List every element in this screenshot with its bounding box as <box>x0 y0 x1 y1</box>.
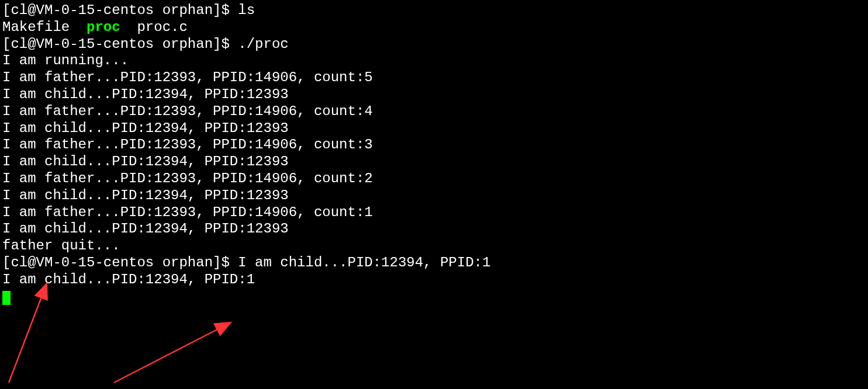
output-father-4: I am father...PID:12393, PPID:14906, cou… <box>2 103 866 120</box>
ls-output-line: Makefile proc proc.c <box>2 19 866 36</box>
file-proc-c: proc.c <box>120 19 188 35</box>
output-father-2: I am father...PID:12393, PPID:14906, cou… <box>2 171 866 187</box>
shell-prompt: [cl@VM-0-15-centos orphan]$ <box>2 255 238 270</box>
command-line-2: [cl@VM-0-15-centos orphan]$ ./proc <box>2 36 866 53</box>
output-orphan-line-2: I am child...PID:12394, PPID:1 <box>2 272 866 289</box>
output-father-5: I am father...PID:12393, PPID:14906, cou… <box>2 70 866 86</box>
shell-prompt: [cl@VM-0-15-centos orphan]$ <box>2 2 238 18</box>
command-ls: ls <box>238 2 255 18</box>
output-child-1: I am child...PID:12394, PPID:12393 <box>2 86 866 103</box>
terminal-cursor <box>2 291 11 305</box>
arrow-to-ppid-1 <box>114 322 231 383</box>
output-father-1: I am father...PID:12393, PPID:14906, cou… <box>2 204 866 221</box>
command-line-1: [cl@VM-0-15-centos orphan]$ ls <box>2 2 866 19</box>
terminal-window[interactable]: [cl@VM-0-15-centos orphan]$ ls Makefile … <box>2 2 866 305</box>
executable-proc: proc <box>87 19 120 35</box>
command-proc: ./proc <box>238 36 288 52</box>
output-child-2: I am child...PID:12394, PPID:12393 <box>2 120 866 137</box>
output-father-3: I am father...PID:12393, PPID:14906, cou… <box>2 137 866 154</box>
output-child-5: I am child...PID:12394, PPID:12393 <box>2 221 866 238</box>
file-makefile: Makefile <box>2 19 87 35</box>
cursor-line <box>2 289 866 305</box>
output-child-3: I am child...PID:12394, PPID:12393 <box>2 154 866 171</box>
orphan-child-1: I am child...PID:12394, PPID:1 <box>238 255 490 270</box>
output-running: I am running... <box>2 53 866 70</box>
shell-prompt: [cl@VM-0-15-centos orphan]$ <box>2 36 238 52</box>
output-orphan-line-1: [cl@VM-0-15-centos orphan]$ I am child..… <box>2 255 866 272</box>
output-child-4: I am child...PID:12394, PPID:12393 <box>2 187 866 204</box>
output-father-quit: father quit... <box>2 238 866 255</box>
